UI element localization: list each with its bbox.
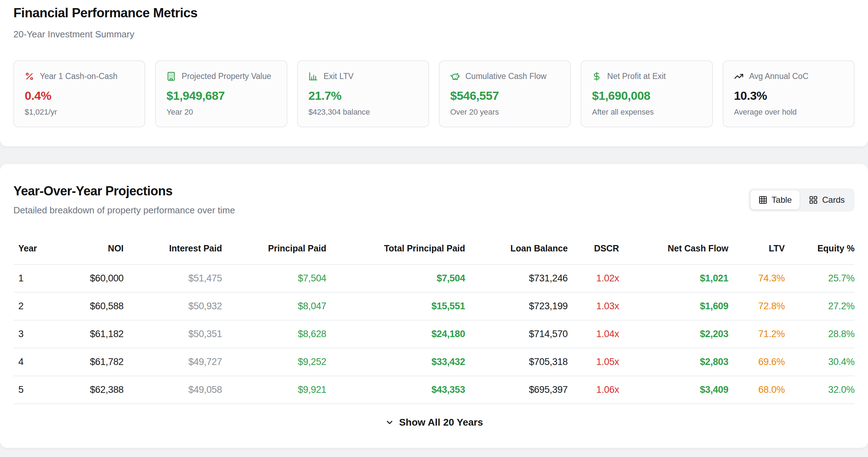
cell-equityPct: 27.2%: [785, 292, 855, 320]
table-row-year-4: 4$61,782$49,727$9,252$33,432$705,3181.05…: [13, 348, 855, 376]
view-toggle-label: Table: [772, 195, 792, 205]
metric-card-header: Avg Annual CoC: [734, 72, 843, 81]
page-subtitle: 20-Year Investment Summary: [13, 29, 855, 40]
cell-year: 4: [13, 348, 59, 376]
metric-card-projected-property-value: Projected Property Value$1,949,687Year 2…: [155, 60, 287, 127]
show-all-years-button[interactable]: Show All 20 Years: [378, 412, 490, 433]
metric-subtitle: Average over hold: [734, 108, 843, 117]
cell-principal: $9,921: [222, 376, 326, 404]
cell-noi: $61,782: [59, 348, 124, 376]
cell-totalPrincipal: $43,353: [326, 376, 465, 404]
cell-equityPct: 30.4%: [785, 348, 855, 376]
building-icon: [166, 72, 176, 81]
cell-dscr: 1.03x: [568, 292, 619, 320]
cell-noi: $61,182: [59, 320, 124, 348]
cell-dscr: 1.02x: [568, 264, 619, 292]
metric-card-header: Year 1 Cash-on-Cash: [25, 72, 134, 81]
cell-noi: $62,388: [59, 376, 124, 404]
cell-ltv: 74.3%: [728, 264, 785, 292]
cell-totalPrincipal: $33,432: [326, 348, 465, 376]
chevron-down-icon: [385, 418, 394, 427]
view-toggle: TableCards: [748, 188, 855, 212]
cell-netCashFlow: $3,409: [619, 376, 728, 404]
metric-subtitle: $423,304 balance: [308, 108, 418, 117]
metric-subtitle: $1,021/yr: [25, 108, 134, 117]
table-row-year-1: 1$60,000$51,475$7,504$7,504$731,2461.02x…: [13, 264, 855, 292]
metric-value: 0.4%: [25, 89, 134, 103]
cards-icon: [809, 195, 818, 205]
projections-header: Year-Over-Year Projections Detailed brea…: [13, 184, 855, 216]
metric-label: Avg Annual CoC: [749, 72, 808, 81]
cell-noi: $60,000: [59, 264, 124, 292]
cell-netCashFlow: $1,021: [619, 264, 728, 292]
metric-card-year-1-cash-on-cash: Year 1 Cash-on-Cash0.4%$1,021/yr: [13, 60, 145, 127]
metric-card-avg-annual-coc: Avg Annual CoC10.3%Average over hold: [723, 60, 855, 127]
cell-equityPct: 32.0%: [785, 376, 855, 404]
piggy-bank-icon: [450, 72, 460, 81]
projections-subtitle: Detailed breakdown of property performan…: [13, 205, 235, 216]
cell-totalPrincipal: $7,504: [326, 264, 465, 292]
metric-card-exit-ltv: Exit LTV21.7%$423,304 balance: [297, 60, 429, 127]
cell-netCashFlow: $2,803: [619, 348, 728, 376]
metric-label: Cumulative Cash Flow: [465, 72, 546, 81]
page-title: Financial Performance Metrics: [13, 6, 855, 20]
cell-year: 1: [13, 264, 59, 292]
cell-noi: $60,588: [59, 292, 124, 320]
cell-loanBalance: $731,246: [465, 264, 568, 292]
cell-dscr: 1.05x: [568, 348, 619, 376]
metric-card-header: Projected Property Value: [166, 72, 276, 81]
metric-subtitle: After all expenses: [592, 108, 701, 117]
cell-netCashFlow: $2,203: [619, 320, 728, 348]
metric-label: Exit LTV: [324, 72, 354, 81]
column-header-interest: Interest Paid: [124, 240, 222, 264]
cell-principal: $8,628: [222, 320, 326, 348]
chevron-down-icon-wrap: [385, 418, 394, 427]
cell-year: 5: [13, 376, 59, 404]
percent-icon: [25, 72, 34, 81]
cell-year: 3: [13, 320, 59, 348]
metric-subtitle: Year 20: [166, 108, 276, 117]
view-toggle-label: Cards: [822, 195, 845, 205]
metric-card-header: Cumulative Cash Flow: [450, 72, 560, 81]
cell-interest: $50,351: [124, 320, 222, 348]
table-row-year-5: 5$62,388$49,058$9,921$43,353$695,3971.06…: [13, 376, 855, 404]
cell-loanBalance: $695,397: [465, 376, 568, 404]
cell-ltv: 71.2%: [728, 320, 785, 348]
cell-equityPct: 28.8%: [785, 320, 855, 348]
cell-principal: $9,252: [222, 348, 326, 376]
cell-ltv: 68.0%: [728, 376, 785, 404]
metric-card-header: Exit LTV: [308, 72, 418, 81]
metric-label: Projected Property Value: [182, 72, 271, 81]
cell-interest: $49,058: [124, 376, 222, 404]
table-row-year-3: 3$61,182$50,351$8,628$24,180$714,5701.04…: [13, 320, 855, 348]
metric-value: $1,690,008: [592, 89, 701, 103]
metric-label: Year 1 Cash-on-Cash: [40, 72, 117, 81]
metric-label: Net Profit at Exit: [607, 72, 666, 81]
metrics-row: Year 1 Cash-on-Cash0.4%$1,021/yrProjecte…: [13, 60, 855, 127]
column-header-totalPrincipal: Total Principal Paid: [326, 240, 465, 264]
cell-totalPrincipal: $15,551: [326, 292, 465, 320]
cell-interest: $49,727: [124, 348, 222, 376]
metric-card-header: Net Profit at Exit: [592, 72, 701, 81]
cell-totalPrincipal: $24,180: [326, 320, 465, 348]
cell-loanBalance: $714,570: [465, 320, 568, 348]
view-toggle-table[interactable]: Table: [751, 190, 800, 209]
show-all-wrap: Show All 20 Years: [13, 412, 855, 433]
trending-up-icon: [734, 72, 744, 81]
metric-value: $1,949,687: [166, 89, 276, 103]
projections-panel: Year-Over-Year Projections Detailed brea…: [0, 164, 868, 448]
cell-equityPct: 25.7%: [785, 264, 855, 292]
cell-loanBalance: $705,318: [465, 348, 568, 376]
bar-chart-icon: [308, 72, 318, 81]
column-header-principal: Principal Paid: [222, 240, 326, 264]
cell-dscr: 1.06x: [568, 376, 619, 404]
metric-value: 10.3%: [734, 89, 843, 103]
metric-subtitle: Over 20 years: [450, 108, 560, 117]
dollar-icon: [592, 72, 601, 81]
cell-interest: $51,475: [124, 264, 222, 292]
cell-netCashFlow: $1,609: [619, 292, 728, 320]
summary-panel: Financial Performance Metrics 20-Year In…: [0, 0, 868, 146]
cell-ltv: 69.6%: [728, 348, 785, 376]
view-toggle-cards[interactable]: Cards: [801, 190, 852, 209]
show-all-label: Show All 20 Years: [399, 417, 483, 428]
